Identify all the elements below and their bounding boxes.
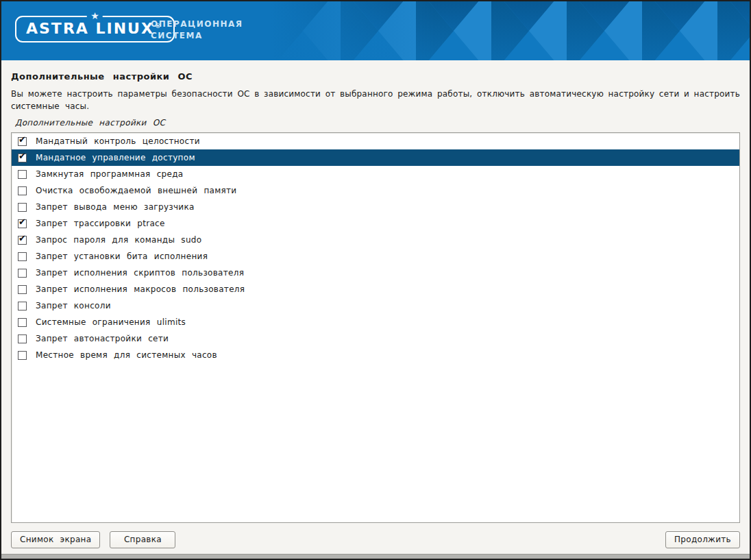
option-label: Системные ограничения ulimits: [36, 317, 186, 327]
list-label: Дополнительные настройки ОС: [15, 118, 740, 127]
option-row[interactable]: ✔ Запрос пароля для команды sudo: [12, 232, 739, 248]
installer-window: ★ ASTRA LINUX® ОПЕРАЦИОННАЯ СИСТЕМА Допо…: [0, 0, 751, 560]
option-checkbox[interactable]: ✔: [18, 252, 27, 261]
option-row[interactable]: ✔ Запрет исполнения макросов пользовател…: [12, 281, 739, 297]
option-row[interactable]: ✔ Мандатный контроль целостности: [12, 133, 739, 149]
option-row[interactable]: ✔ Запрет консоли: [12, 297, 739, 314]
option-row[interactable]: ✔ Запрет вывода меню загрузчика: [12, 199, 739, 215]
option-checkbox[interactable]: ✔: [18, 302, 27, 311]
option-label: Запрет трассировки ptrace: [36, 219, 165, 228]
option-checkbox[interactable]: ✔: [18, 186, 27, 195]
main-content: Дополнительные настройки ОС Вы можете на…: [1, 60, 750, 531]
page-title: Дополнительные настройки ОС: [11, 71, 740, 82]
option-checkbox[interactable]: ✔: [18, 170, 27, 179]
option-row[interactable]: ✔ Системные ограничения ulimits: [12, 314, 739, 330]
help-button[interactable]: Справка: [110, 531, 175, 548]
option-label: Запрет консоли: [36, 301, 111, 311]
option-row[interactable]: ✔ Местное время для системных часов: [12, 347, 739, 363]
option-checkbox[interactable]: ✔: [18, 269, 27, 278]
option-label: Замкнутая программная среда: [36, 169, 183, 179]
option-checkbox[interactable]: ✔: [18, 203, 27, 212]
option-row[interactable]: ✔ Мандатное управление доступом: [12, 149, 739, 166]
option-label: Запрет установки бита исполнения: [36, 252, 208, 261]
option-label: Местное время для системных часов: [36, 350, 217, 360]
option-checkbox[interactable]: ✔: [18, 318, 27, 327]
header-banner: ★ ASTRA LINUX® ОПЕРАЦИОННАЯ СИСТЕМА: [1, 1, 750, 60]
continue-button[interactable]: Продолжить: [665, 531, 740, 548]
option-checkbox[interactable]: ✔: [18, 236, 27, 245]
option-row[interactable]: ✔ Очистка освобождаемой внешней памяти: [12, 182, 739, 199]
logo-text: ASTRA LINUX®: [26, 20, 162, 37]
footer-bar: Снимок экрана Справка Продолжить: [1, 531, 750, 554]
checkmark-icon: ✔: [19, 234, 26, 243]
option-checkbox[interactable]: ✔: [18, 137, 27, 146]
option-row[interactable]: ✔ Замкнутая программная среда: [12, 166, 739, 182]
option-label: Запрет вывода меню загрузчика: [36, 202, 195, 212]
option-label: Запрос пароля для команды sudo: [36, 235, 201, 245]
option-label: Запрет исполнения скриптов пользователя: [36, 268, 244, 278]
option-label: Очистка освобождаемой внешней памяти: [36, 186, 236, 195]
description-line-2: системные часы.: [11, 100, 740, 112]
option-checkbox[interactable]: ✔: [18, 334, 27, 343]
star-icon: ★: [87, 10, 103, 22]
option-row[interactable]: ✔ Запрет автонастройки сети: [12, 330, 739, 347]
option-label: Мандатный контроль целостности: [36, 136, 200, 146]
screenshot-button[interactable]: Снимок экрана: [11, 531, 100, 548]
option-row[interactable]: ✔ Запрет трассировки ptrace: [12, 215, 739, 232]
option-label: Запрет исполнения макросов пользователя: [36, 284, 245, 294]
option-checkbox[interactable]: ✔: [18, 285, 27, 294]
option-checkbox[interactable]: ✔: [18, 154, 27, 162]
option-label: Запрет автонастройки сети: [36, 334, 169, 343]
bottom-strip: [1, 554, 750, 559]
option-checkbox[interactable]: ✔: [18, 351, 27, 360]
os-subtitle: ОПЕРАЦИОННАЯ СИСТЕМА: [151, 19, 243, 42]
option-row[interactable]: ✔ Запрет исполнения скриптов пользовател…: [12, 265, 739, 281]
option-checkbox[interactable]: ✔: [18, 219, 27, 228]
description-line-1: Вы можете настроить параметры безопаснос…: [11, 88, 740, 100]
option-label: Мандатное управление доступом: [36, 153, 195, 162]
checkmark-icon: ✔: [19, 135, 26, 144]
options-list: ✔ Мандатный контроль целостности ✔ Манда…: [11, 132, 740, 523]
checkmark-icon: ✔: [19, 217, 26, 226]
option-row[interactable]: ✔ Запрет установки бита исполнения: [12, 248, 739, 265]
checkmark-icon: ✔: [19, 151, 26, 160]
